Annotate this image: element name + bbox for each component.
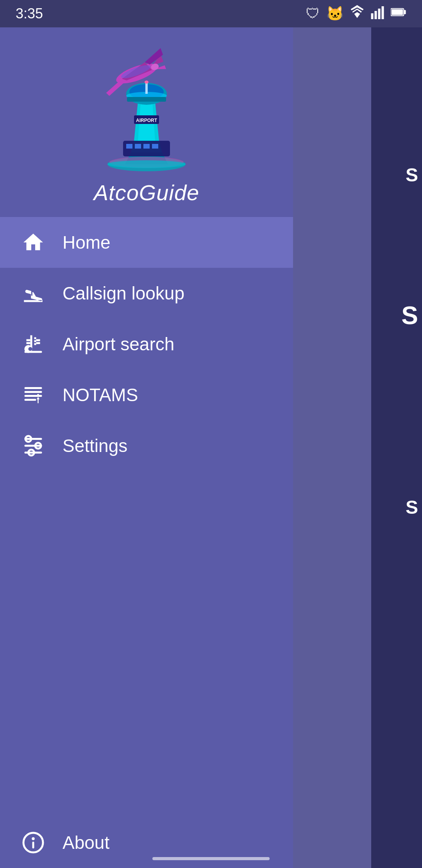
svg-rect-44 [25, 445, 42, 447]
svg-rect-1 [375, 11, 377, 19]
home-icon [20, 229, 47, 256]
nav-label-home: Home [63, 232, 111, 253]
nav-label-settings: Settings [63, 435, 127, 456]
nav-label-notams: NOTAMS [63, 384, 138, 405]
signal-icon [370, 5, 384, 23]
nav-label-about: About [63, 832, 109, 853]
svg-point-49 [32, 837, 35, 840]
navigation-drawer: AIRPORT AtcoGuide Home [0, 27, 293, 868]
svg-point-35 [107, 160, 186, 168]
svg-rect-37 [25, 387, 42, 389]
logo-area: AIRPORT AtcoGuide [0, 27, 293, 217]
nav-item-notams[interactable]: NOTAMS [0, 369, 293, 420]
info-icon [20, 829, 47, 856]
nav-label-callsign: Callsign lookup [63, 283, 184, 304]
home-indicator [152, 857, 270, 860]
status-bar: 3:35 🛡 🐱 [0, 0, 422, 27]
app-logo-svg: AIRPORT [92, 47, 201, 172]
status-time: 3:35 [16, 5, 43, 22]
svg-rect-21 [143, 144, 150, 149]
svg-rect-39 [25, 395, 42, 397]
bg-text-1: S [406, 164, 418, 186]
svg-rect-30 [145, 82, 148, 94]
callsign-icon [20, 280, 47, 307]
airport-search-icon [20, 330, 47, 358]
nav-item-callsign[interactable]: Callsign lookup [0, 268, 293, 319]
app-title: AtcoGuide [94, 180, 200, 205]
nav-item-settings[interactable]: Settings [0, 420, 293, 471]
status-icons: 🛡 🐱 [306, 5, 406, 23]
nav-item-about[interactable]: About [0, 817, 293, 868]
svg-rect-50 [32, 842, 34, 849]
nav-item-airport-search[interactable]: Airport search [0, 319, 293, 369]
nav-label-airport-search: Airport search [63, 334, 174, 355]
svg-rect-5 [404, 10, 406, 14]
bg-text-3: S [406, 497, 418, 518]
svg-rect-29 [127, 97, 166, 102]
svg-text:AIRPORT: AIRPORT [136, 118, 157, 123]
svg-rect-42 [25, 438, 42, 440]
nav-item-home[interactable]: Home [0, 217, 293, 268]
svg-rect-0 [371, 13, 374, 19]
logo-graphic: AIRPORT [84, 43, 209, 176]
svg-rect-19 [126, 144, 132, 149]
nav-items: Home Callsign lookup [0, 217, 293, 817]
svg-rect-2 [378, 9, 381, 19]
cat-icon: 🐱 [326, 5, 344, 22]
notams-icon [20, 381, 47, 409]
background-content: S S S [371, 27, 422, 868]
bg-text-2: S [401, 301, 418, 330]
svg-point-31 [145, 81, 148, 84]
svg-rect-22 [152, 144, 158, 149]
svg-point-41 [37, 394, 39, 396]
wifi-icon [350, 5, 364, 23]
battery-icon [391, 5, 406, 23]
svg-rect-38 [25, 391, 42, 393]
svg-rect-20 [135, 144, 141, 149]
svg-rect-40 [25, 399, 36, 401]
settings-icon [20, 432, 47, 459]
svg-rect-3 [382, 6, 384, 19]
svg-rect-36 [25, 351, 42, 353]
svg-rect-6 [392, 9, 403, 15]
shield-icon: 🛡 [306, 5, 320, 22]
